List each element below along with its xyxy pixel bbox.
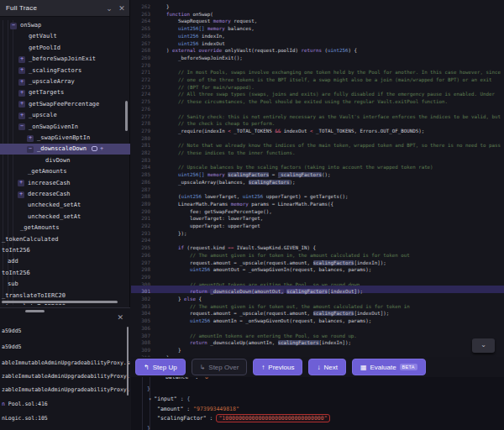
- stack-vertical-scrollbar[interactable]: [127, 327, 129, 396]
- expand-icon[interactable]: +: [18, 90, 25, 97]
- expand-icon[interactable]: +: [18, 113, 25, 119]
- trace-item-uncheckedsetAt[interactable]: unchecked_setAt: [0, 200, 130, 211]
- trace-item-onSwapGivenIn[interactable]: −_onSwapGivenIn: [0, 122, 130, 133]
- trace-item-scalingFactors[interactable]: +_scalingFactors: [0, 66, 130, 76]
- chevron-down-icon[interactable]: ⌄: [472, 338, 495, 353]
- trace-item-label: _translateToIERC20: [2, 292, 66, 299]
- trace-item-getVault[interactable]: getVault: [0, 31, 130, 42]
- trace-item-toInt256[interactable]: toInt256: [0, 245, 130, 256]
- inspector-line: }: [147, 425, 150, 430]
- chevron-down-icon[interactable]: ⌄: [104, 3, 114, 14]
- stack-frame[interactable]: a59dd5: [2, 328, 21, 334]
- trace-item-beforeSwapJoinExit[interactable]: +_beforeSwapJoinExit: [0, 54, 130, 65]
- code-line: 272 // one of the three tokens is the BP…: [131, 74, 504, 81]
- trace-item-label: toInt256: [2, 247, 30, 254]
- expand-icon[interactable]: +: [18, 101, 25, 108]
- previous-button[interactable]: ↑Previous: [253, 359, 302, 375]
- code-line: 298 uint256 amountOut = _onSwapGivenIn(r…: [131, 264, 504, 271]
- caret-down-icon[interactable]: ▾: [149, 396, 151, 401]
- trace-item-label: _swapGivenBptIn: [37, 134, 90, 141]
- collapse-icon[interactable]: −: [27, 146, 34, 153]
- trace-item-label: _scalingFactors: [29, 67, 81, 74]
- evaluate-button[interactable]: ▦EvaluateBETA: [352, 359, 426, 375]
- close-icon[interactable]: ✕: [117, 313, 123, 322]
- evaluate-grid-icon: ▦: [360, 364, 367, 371]
- trace-item-decreaseCash[interactable]: +decreaseCash: [0, 189, 130, 200]
- trace-item-onSwap[interactable]: −onSwap: [0, 20, 130, 31]
- trace-item-increaseCash[interactable]: +increaseCash: [0, 178, 130, 189]
- code-line: 264 SwapRequest memory request,: [131, 15, 504, 23]
- arrow-up-icon: ↑: [261, 364, 265, 371]
- collapse-icon[interactable]: −: [10, 23, 17, 29]
- trace-item-translateToIERC20[interactable]: _translateToIERC20: [0, 291, 130, 302]
- stack-frame[interactable]: n Pool.sol:416: [2, 401, 48, 407]
- stack-frame[interactable]: zableImmutableAdminUpgradeabilityProxy.s…: [2, 386, 130, 393]
- code-line: 292 upperTarget: upperTarget: [131, 220, 504, 228]
- active-code-line: 301 return _downscaleDown(amountOut, sca…: [131, 286, 504, 293]
- code-line: 277 // Sanity check: this is not entirel…: [131, 111, 504, 118]
- trace-item-downscaleDown[interactable]: −_downscaleDown+: [0, 144, 130, 155]
- code-line: 291 lowerTarget: lowerTarget,: [131, 212, 504, 220]
- debugger-app: Full Trace ⌄ ✕ −onSwapgetVaultgetPoolId+…: [0, 0, 504, 430]
- code-line: 279 _require(indexIn < _TOTAL_TOKENS && …: [131, 125, 504, 133]
- code-line: 270: [131, 60, 504, 67]
- stack-horizontal-scrollbar[interactable]: [25, 310, 45, 312]
- step-over-arrow-icon: ↳: [200, 364, 206, 371]
- stack-frame[interactable]: ableImmutableAdminUpgradeabilityProxy.so…: [2, 359, 130, 366]
- inspector-line: ▾"input" : {: [149, 396, 190, 403]
- trace-item-getTargets[interactable]: +getTargets: [0, 87, 130, 98]
- trace-item-label: getPoolId: [29, 45, 60, 51]
- code-line: 262}: [131, 1, 504, 8]
- trace-item-tokenCalculated[interactable]: _tokenCalculated: [0, 234, 130, 245]
- trace-item-toInt256[interactable]: toInt256: [0, 268, 130, 279]
- stack-frame[interactable]: zableImmutableAdminUpgradeabilityProxy.s…: [2, 373, 130, 380]
- trace-item-label: onSwap: [20, 22, 41, 29]
- inspector-line: "amount" : "973993449818": [157, 406, 239, 413]
- inspector-line: "balance" : "0": [162, 377, 212, 381]
- collapse-icon[interactable]: −: [18, 123, 25, 130]
- code-line: 281 // Note that we already know the ind…: [131, 139, 504, 147]
- stack-frame[interactable]: nLogic.sol:105: [2, 415, 48, 422]
- trace-item-label: unchecked_setAt: [28, 213, 81, 220]
- trace-item-label: decreaseCash: [28, 191, 71, 197]
- step-up-button[interactable]: ↰Step Up: [135, 359, 186, 375]
- expand-icon[interactable]: +: [27, 135, 34, 142]
- code-line: 278 // the check is cheap to perform.: [131, 118, 504, 125]
- trace-item-upscaleArray[interactable]: +_upscaleArray: [0, 76, 130, 87]
- step-over-button[interactable]: ↳Step Over: [192, 359, 248, 375]
- close-icon[interactable]: ✕: [117, 3, 127, 14]
- step-up-arrow-icon: ↰: [144, 364, 150, 371]
- trace-item-add[interactable]: add: [0, 256, 130, 267]
- button-label: Previous: [268, 364, 294, 371]
- trace-item-label: _downscaleDown: [37, 145, 87, 152]
- code-line: 265 uint256[] memory balances,: [131, 23, 504, 30]
- tree-horizontal-scrollbar[interactable]: [2, 301, 118, 303]
- trace-item-divDown[interactable]: divDown: [0, 155, 130, 166]
- next-button[interactable]: ↓Next: [308, 359, 345, 375]
- trace-item-sub[interactable]: sub: [0, 279, 130, 290]
- trace-item-getAmounts[interactable]: _getAmounts: [0, 223, 130, 233]
- trace-item-uncheckedsetAt[interactable]: unchecked_setAt: [0, 212, 130, 223]
- trace-item-upscale[interactable]: +_upscale: [0, 110, 130, 121]
- code-line: 271 // In most Pools, swaps involve exch…: [131, 66, 504, 74]
- code-line: 309 }: [131, 344, 504, 352]
- expand-icon[interactable]: +: [18, 79, 25, 86]
- expand-icon[interactable]: +: [18, 56, 25, 63]
- comment-icon[interactable]: [92, 146, 97, 151]
- expand-icon[interactable]: +: [18, 191, 24, 198]
- add-comment-icon[interactable]: +: [100, 145, 103, 152]
- trace-item-getSwapFeePercentage[interactable]: +getSwapFeePercentage: [0, 99, 130, 110]
- expand-icon[interactable]: +: [18, 180, 24, 186]
- trace-item-swapGivenBptIn[interactable]: +_swapGivenBptIn: [0, 133, 130, 144]
- code-line: 297 request.amount = _upscale(request.am…: [131, 257, 504, 265]
- trace-item-getPoolId[interactable]: getPoolId: [0, 43, 130, 54]
- code-line: 293 });: [131, 228, 504, 235]
- tree-vertical-scrollbar[interactable]: [125, 101, 128, 131]
- trace-item-label: _tokenCalculated: [2, 236, 58, 243]
- trace-item-label: _onSwapGivenIn: [29, 123, 78, 130]
- stack-frame[interactable]: a59dd5: [2, 343, 21, 350]
- expand-icon[interactable]: +: [18, 67, 25, 74]
- trace-item-getAmounts[interactable]: _getAmounts: [0, 166, 130, 177]
- code-line: 286 _upscaleArray(balances, scalingFacto…: [131, 176, 504, 184]
- trace-item-label: toInt256: [2, 270, 30, 276]
